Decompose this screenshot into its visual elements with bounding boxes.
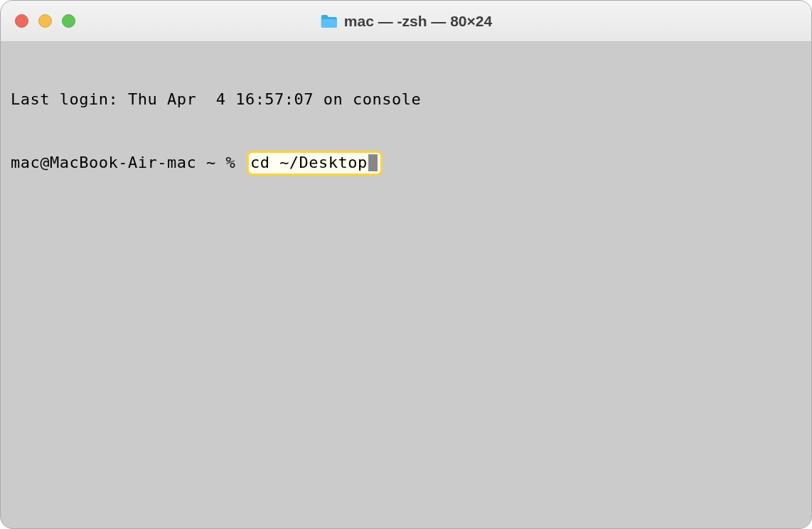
titlebar: mac — -zsh — 80×24	[1, 1, 811, 42]
cursor-icon	[368, 154, 378, 171]
terminal-body[interactable]: Last login: Thu Apr 4 16:57:07 on consol…	[1, 42, 811, 528]
traffic-lights	[15, 14, 75, 28]
folder-icon	[320, 14, 338, 29]
command-highlight: cd ~/Desktop	[247, 151, 383, 176]
maximize-button[interactable]	[62, 14, 75, 28]
title-center: mac — -zsh — 80×24	[320, 13, 492, 30]
shell-prompt: mac@MacBook-Air-mac ~ %	[11, 153, 245, 173]
close-button[interactable]	[15, 14, 28, 28]
prompt-line: mac@MacBook-Air-mac ~ % cd ~/Desktop	[11, 151, 801, 176]
window-title: mac — -zsh — 80×24	[344, 13, 492, 30]
login-message: Last login: Thu Apr 4 16:57:07 on consol…	[11, 90, 801, 110]
terminal-window: mac — -zsh — 80×24 Last login: Thu Apr 4…	[0, 0, 812, 529]
minimize-button[interactable]	[38, 14, 52, 28]
typed-command[interactable]: cd ~/Desktop	[250, 153, 368, 173]
